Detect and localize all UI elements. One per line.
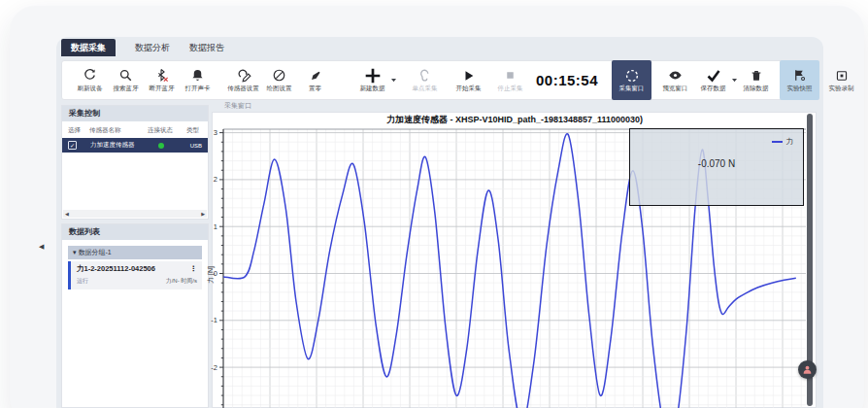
legend-label: 力 — [786, 137, 794, 147]
collection-control-panel: 采集控制 选择 传感器名称 连接状态 类型 ✓ 力加速度传感器 USB ◀ ▶ — [61, 105, 209, 220]
data-item-state: 运行 — [77, 277, 88, 286]
check-icon — [706, 67, 721, 84]
single-point-collect-button[interactable]: 单点采集 — [407, 60, 443, 100]
data-list-header: 数据列表 — [62, 224, 208, 240]
scroll-right-arrow[interactable]: ▶ — [201, 210, 205, 218]
sensor-type: USB — [164, 143, 202, 149]
collection-timer: 00:15:54 — [536, 72, 598, 88]
refresh-icon — [83, 67, 97, 84]
sensor-settings-button[interactable]: 传感器设置 — [225, 60, 261, 100]
compass-icon — [272, 67, 286, 84]
tab-data-analysis[interactable]: 数据分析 — [125, 39, 180, 56]
capture-window-button[interactable]: 采集窗口 — [612, 60, 651, 100]
panel-collapse-arrow[interactable]: ◀ — [39, 243, 44, 251]
clear-data-button[interactable]: 清除数据 — [738, 60, 774, 100]
stop-collect-button[interactable]: 停止采集 — [492, 60, 528, 100]
sensor-table-row[interactable]: ✓ 力加速度传感器 USB — [62, 138, 208, 153]
experiment-snapshot-button[interactable]: 实验快照 — [780, 60, 819, 100]
scroll-left-arrow[interactable]: ◀ — [65, 210, 69, 218]
tab-data-report[interactable]: 数据报告 — [180, 39, 234, 56]
open-soundcard-button[interactable]: 打开声卡 — [180, 60, 216, 100]
new-data-button[interactable]: 新建数据 — [354, 60, 390, 100]
record-icon — [835, 67, 849, 84]
person-icon — [802, 364, 813, 375]
collection-control-header: 采集控制 — [62, 106, 208, 121]
refresh-device-button[interactable]: 刷新设备 — [72, 60, 108, 100]
data-item-title: 力1-2-20251112-042506 — [77, 264, 155, 274]
start-collect-button[interactable]: 开始采集 — [451, 60, 486, 100]
sensor-settings-icon — [236, 67, 251, 84]
save-data-button[interactable]: 保存数据 — [695, 60, 731, 100]
chevron-down-icon — [390, 78, 397, 83]
dashed-circle-icon — [624, 67, 640, 84]
eye-icon — [668, 67, 683, 84]
sensor-name: 力加速度传感器 — [90, 141, 149, 150]
formula-calc-button[interactable]: 公式计算 — [863, 60, 868, 100]
plot-settings-button[interactable]: 绘图设置 — [261, 60, 297, 100]
bluetooth-disconnect-icon — [154, 67, 169, 84]
stop-icon — [504, 67, 517, 84]
zero-button[interactable]: 置零 — [297, 60, 333, 100]
disconnect-bluetooth-button[interactable]: 断开蓝牙 — [144, 60, 180, 100]
toolbar: 刷新设备 搜索蓝牙 断开蓝牙 打开声卡 传感器设置 绘图设置 置零 新建数据 单… — [61, 60, 817, 100]
horizontal-scrollbar[interactable]: ◀ ▶ — [63, 210, 207, 218]
legend-line-swatch — [772, 141, 783, 143]
save-data-dropdown[interactable] — [731, 60, 738, 100]
search-icon — [118, 67, 133, 84]
search-bluetooth-button[interactable]: 搜索蓝牙 — [108, 60, 144, 100]
data-list-panel: 数据列表 ▾ 数据分组-1 力1-2-20251112-042506 ⋮ 运行 … — [61, 223, 209, 408]
bell-icon — [190, 67, 205, 84]
plus-icon — [364, 67, 382, 84]
trash-icon — [750, 67, 763, 84]
pen-icon — [309, 67, 322, 84]
tab-data-collection[interactable]: 数据采集 — [61, 39, 116, 56]
assistant-bubble[interactable] — [798, 360, 817, 379]
item-menu-icon[interactable]: ⋮ — [190, 264, 198, 274]
capture-window-corner-label: 采集窗口 — [224, 101, 251, 111]
ear-icon — [417, 67, 432, 84]
chart-title: 力加速度传感器 - XHSP-V10HID_path_-1981348857_1… — [223, 114, 806, 126]
chart-legend: 力 — [772, 137, 794, 147]
flag-pointer-icon — [792, 67, 807, 84]
data-list-item[interactable]: 力1-2-20251112-042506 ⋮ 运行 力/N- 时间/s — [68, 261, 202, 289]
sensor-table-header: 选择 传感器名称 连接状态 类型 — [62, 121, 208, 138]
annotation-value: -0.070 N — [630, 158, 803, 169]
sensor-checkbox[interactable]: ✓ — [68, 141, 77, 150]
chevron-down-icon — [731, 78, 738, 83]
preview-window-button[interactable]: 预览窗口 — [657, 60, 693, 100]
data-item-axes: 力/N- 时间/s — [166, 277, 197, 286]
play-icon — [462, 67, 476, 84]
annotation-box[interactable]: -0.070 N 力 — [629, 128, 804, 206]
experiment-record-button[interactable]: 实验录制 — [823, 60, 859, 100]
new-data-dropdown[interactable] — [390, 60, 397, 100]
data-group-bar[interactable]: ▾ 数据分组-1 — [68, 246, 202, 259]
